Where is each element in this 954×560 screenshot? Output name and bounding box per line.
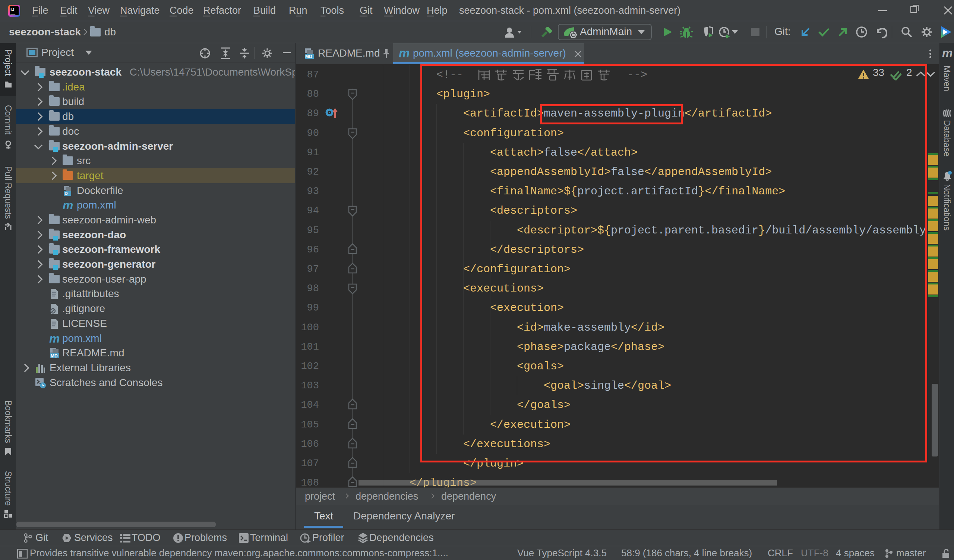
svg-text:MD: MD [305,54,312,59]
svg-text:MD: MD [51,353,58,359]
svg-text:D: D [64,191,68,196]
